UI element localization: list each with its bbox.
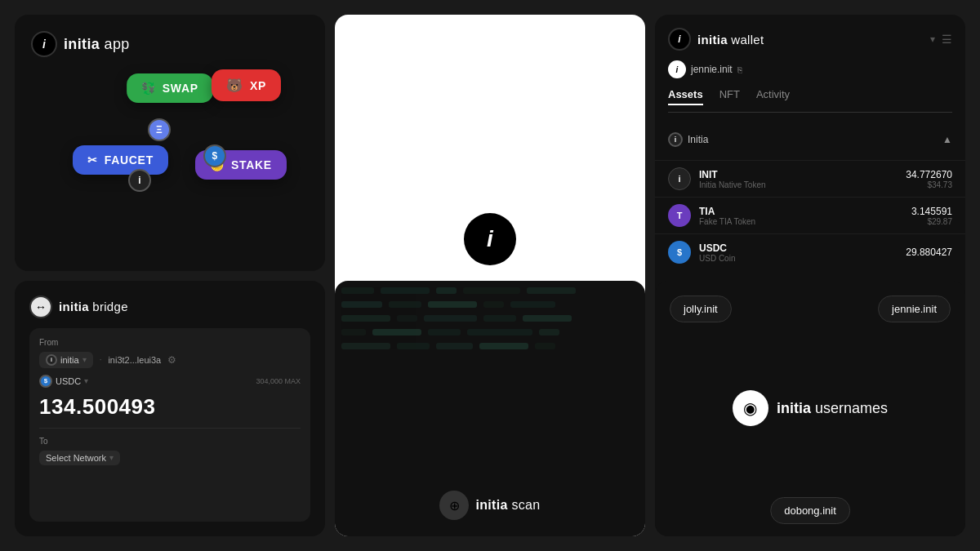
wallet-section-header: i Initia ▲ (655, 126, 965, 160)
main-grid: i initia app 🐻 XP Ξ $ i 💱 (15, 15, 965, 536)
bridge-token-chevron: ▾ (84, 376, 88, 385)
copy-icon[interactable]: ⎘ (737, 65, 742, 74)
bridge-to-row: Select Network ▾ (39, 451, 301, 465)
usernames-brand: ◉ initia usernames (733, 390, 888, 426)
xp-button[interactable]: 🐻 XP (212, 69, 281, 101)
wallet-header: i initia wallet ▾ ☰ i jennie.init ⎘ Asse… (655, 15, 965, 126)
tia-amount: 3.145591 (911, 206, 952, 217)
scan-logo-icon: ⊕ (439, 491, 469, 520)
scan-row-3 (341, 315, 639, 322)
eth-coin: Ξ (148, 118, 171, 141)
usdc-name: USD Coin (699, 254, 898, 263)
scan-brand-name: initia scan (475, 498, 540, 513)
wallet-topbar: i initia wallet ▾ ☰ (668, 28, 952, 51)
scan-row-2 (341, 301, 639, 308)
bridge-brand: ↔ initia bridge (29, 295, 310, 318)
init-amount: 34.772670 (906, 169, 952, 180)
core-logo-icon: i (487, 226, 493, 252)
bubble-jennie: jennie.init (878, 295, 951, 322)
usdc-token-icon: $ (668, 241, 691, 264)
usdc-coin: $ (203, 144, 226, 167)
bridge-amount-display: 134.500493 (39, 394, 301, 420)
scan-bg (335, 281, 645, 460)
tab-activity[interactable]: Activity (756, 88, 790, 105)
swap-button[interactable]: 💱 SWAP (127, 73, 213, 103)
bridge-logo-icon: ↔ (35, 300, 47, 313)
eth-icon: Ξ (148, 118, 171, 141)
usdc-symbol: USDC (699, 242, 898, 254)
token-row-tia: T TIA Fake TIA Token 3.145591 $29.87 (655, 197, 965, 233)
scan-card: ⊕ initia scan (335, 281, 645, 537)
init-token-icon: i (668, 167, 691, 190)
menu-icon[interactable]: ☰ (942, 33, 952, 46)
bubble-jolly: jolly.init (670, 295, 732, 322)
app-logo-icon: i (42, 38, 46, 51)
swap-coins-icon: 💱 (141, 82, 156, 95)
scan-row-5 (341, 343, 639, 349)
wallet-brand-name: initia wallet (697, 33, 764, 47)
tia-symbol: TIA (699, 206, 903, 217)
bridge-to-label: To (39, 437, 301, 446)
bridge-network-icon: i (46, 354, 57, 366)
tia-usd: $29.87 (911, 217, 952, 226)
app-buttons-area: 🐻 XP Ξ $ i 💱 SWAP ✂ FAUCET (31, 65, 309, 255)
bridge-from-row: i initia ▾ · ini3t2...leui3a ⚙ (39, 352, 301, 368)
bridge-network-chevron: ▾ (82, 355, 87, 364)
scan-logo: ⊕ initia scan (439, 491, 540, 520)
init-coin: i (128, 169, 151, 192)
init-token-info: INIT Initia Native Token (699, 169, 898, 189)
app-logo-circle: i (31, 31, 57, 57)
tab-nft[interactable]: NFT (719, 88, 740, 105)
tia-token-info: TIA Fake TIA Token (699, 206, 903, 226)
faucet-icon: ✂ (87, 153, 98, 167)
bridge-settings-icon[interactable]: ⚙ (167, 354, 176, 366)
scan-row-1 (341, 287, 639, 294)
bridge-form: From i initia ▾ · ini3t2...leui3a ⚙ $ US… (29, 328, 310, 522)
usdc-token-info: USDC USD Coin (699, 242, 898, 263)
usernames-brand-text: initia usernames (777, 400, 888, 417)
core-logo: i (464, 213, 516, 265)
bridge-token-label: USDC (56, 376, 81, 386)
bridge-token-selector[interactable]: $ USDC ▾ (39, 375, 88, 388)
tia-token-icon: T (668, 204, 691, 227)
bridge-network-tag[interactable]: i initia ▾ (39, 352, 93, 368)
section-chevron-icon[interactable]: ▲ (942, 134, 952, 145)
usdc-icon: $ (203, 144, 226, 167)
init-token-values: 34.772670 $34.73 (906, 169, 952, 189)
wallet-brand: i initia wallet (668, 28, 764, 51)
bridge-select-network-label: Select Network (46, 453, 106, 463)
bridge-separator-dot: · (100, 355, 102, 364)
faucet-button[interactable]: ✂ FAUCET (73, 145, 168, 175)
username-dobong: dobong.init (784, 504, 836, 517)
wallet-user-icon: i (668, 60, 686, 78)
bridge-max-label: 304,000 MAX (256, 377, 301, 385)
bridge-select-network[interactable]: Select Network ▾ (39, 451, 120, 465)
init-icon: i (128, 169, 151, 192)
wallet-header-icons: ▾ ☰ (930, 33, 952, 46)
bridge-from-label: From (39, 338, 301, 347)
usdc-amount: 29.880427 (906, 247, 952, 258)
tab-assets[interactable]: Assets (668, 88, 703, 105)
token-row-usdc: $ USDC USD Coin 29.880427 (655, 233, 965, 270)
wallet-username: jennie.init (691, 64, 733, 75)
initia-section-icon: i (668, 132, 683, 147)
app-card: i initia app 🐻 XP Ξ $ i 💱 (15, 15, 325, 271)
scan-row-4 (341, 329, 639, 335)
wallet-tabs: Assets NFT Activity (668, 88, 952, 113)
bridge-amount-row: $ USDC ▾ 304,000 MAX (39, 375, 301, 388)
usernames-card: jolly.init jennie.init ◉ initia username… (655, 281, 965, 537)
usernames-logo-circle: ◉ (733, 390, 768, 426)
bridge-divider (39, 428, 301, 429)
bridge-brand-name: initia bridge (59, 300, 128, 313)
wallet-section-info: i Initia ▲ (668, 132, 952, 147)
tia-name: Fake TIA Token (699, 217, 903, 226)
wallet-section-name: i Initia (668, 132, 708, 147)
bear-icon: 🐻 (226, 78, 243, 93)
wallet-logo-icon: i (678, 33, 680, 45)
wallet-section-label: Initia (688, 134, 708, 145)
bridge-card: ↔ initia bridge From i initia ▾ · ini3t2… (15, 281, 325, 537)
bubble-dobong: dobong.init (770, 497, 850, 524)
bridge-logo-circle: ↔ (29, 295, 52, 318)
init-usd: $34.73 (906, 180, 952, 189)
chevron-down-icon[interactable]: ▾ (930, 33, 935, 45)
